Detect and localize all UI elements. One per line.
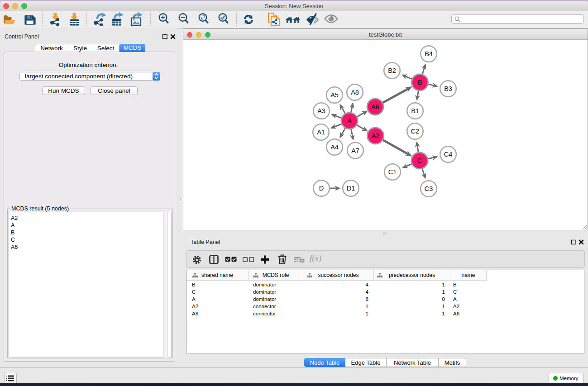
svg-text:B3: B3 — [444, 85, 452, 92]
svg-text:A3: A3 — [317, 107, 325, 114]
svg-text:B: B — [418, 79, 422, 86]
svg-text:C2: C2 — [411, 128, 420, 135]
svg-text:B1: B1 — [411, 107, 419, 114]
svg-text:C3: C3 — [425, 185, 433, 192]
svg-text:A2: A2 — [372, 132, 380, 139]
svg-text:A1: A1 — [317, 129, 325, 136]
svg-text:A4: A4 — [330, 143, 339, 151]
svg-text:D1: D1 — [347, 185, 355, 192]
svg-text:B2: B2 — [388, 67, 396, 74]
svg-text:A5: A5 — [330, 91, 339, 99]
svg-text:A7: A7 — [351, 147, 359, 154]
svg-text:A8: A8 — [351, 89, 359, 96]
svg-text:A6: A6 — [371, 103, 379, 110]
svg-text:A: A — [347, 117, 352, 124]
svg-text:C4: C4 — [444, 151, 453, 158]
svg-text:D: D — [319, 185, 324, 192]
svg-text:B4: B4 — [425, 50, 433, 57]
svg-text:C1: C1 — [388, 168, 397, 176]
svg-text:C: C — [417, 157, 422, 164]
